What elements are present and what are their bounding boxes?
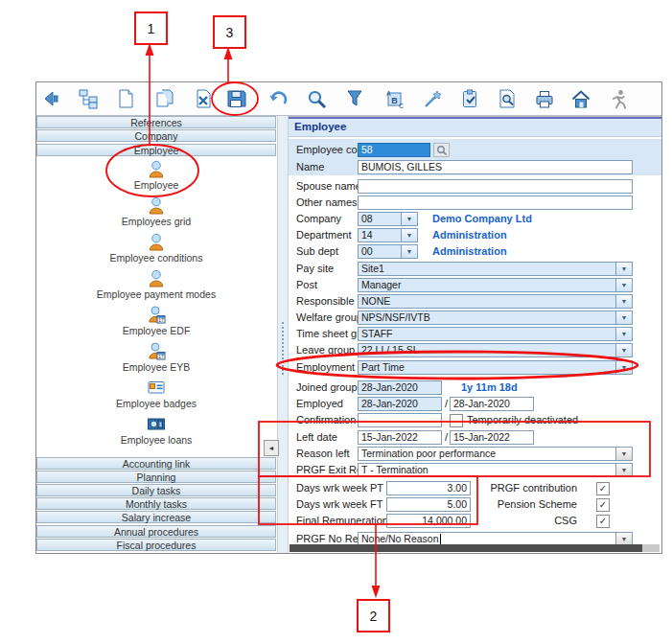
confirmation-date-row: Confirmation date Temporarily deactivate… bbox=[289, 413, 661, 428]
sidebar-item-label: Employee conditions bbox=[36, 252, 276, 264]
annotation-box-1: 1 bbox=[134, 12, 168, 45]
pay-site-value: Site1 bbox=[359, 263, 615, 275]
sidebar-item-label: Employee EYB bbox=[36, 361, 276, 373]
sidebar-section-references[interactable]: References bbox=[36, 116, 276, 128]
home-icon[interactable] bbox=[569, 87, 592, 110]
final-remuneration-row: Final Remuneration 14,000.00 CSG ✓ bbox=[289, 514, 661, 529]
horizontal-scrollbar[interactable] bbox=[290, 544, 660, 552]
name-input[interactable]: BUMOIS, GILLES bbox=[358, 160, 633, 174]
sidebar-item-employees-grid[interactable]: Employees grid bbox=[36, 196, 276, 227]
chevron-down-icon[interactable]: ▼ bbox=[401, 229, 417, 242]
employed-date-1[interactable]: 28-Jan-2020 bbox=[358, 397, 442, 411]
welfare-group-combobox[interactable]: NPS/NSF/IVTB▼ bbox=[358, 310, 633, 325]
spouse-name-input[interactable] bbox=[358, 179, 633, 194]
chevron-down-icon[interactable]: ▼ bbox=[615, 464, 632, 476]
sidebar-item-employee-badges[interactable]: Employee badges bbox=[36, 378, 276, 409]
confirmation-date-input[interactable] bbox=[358, 413, 442, 427]
sidebar-item-label: Employee payment modes bbox=[36, 288, 276, 300]
delete-icon[interactable] bbox=[192, 87, 215, 110]
responsible-combobox[interactable]: NONE▼ bbox=[358, 294, 633, 309]
reason-left-combobox[interactable]: Termination poor performance▼ bbox=[358, 447, 633, 461]
pension-scheme-checkbox[interactable]: ✓ bbox=[596, 498, 610, 512]
sidebar-section-employee[interactable]: Employee bbox=[36, 144, 276, 156]
welfare-group-value: NPS/NSF/IVTB bbox=[359, 311, 615, 324]
leave-group-row: Leave group 22 LL/ 15 SL▼ bbox=[289, 343, 661, 358]
sidebar-item-employee-payment-modes[interactable]: Employee payment modes bbox=[36, 268, 276, 300]
prgf-contribution-checkbox[interactable]: ✓ bbox=[596, 482, 610, 495]
chevron-down-icon[interactable]: ▼ bbox=[615, 263, 632, 275]
responsible-value: NONE bbox=[359, 295, 615, 308]
joined-group-row: Joined group 28-Jan-2020 1y 11m 18d bbox=[289, 380, 661, 396]
sidebar-item-label: Employee EDF bbox=[36, 325, 276, 336]
search-icon[interactable] bbox=[305, 87, 328, 110]
sidebar-item-employee-loans[interactable]: Employee loans bbox=[36, 414, 276, 446]
employee-code-lookup-button[interactable] bbox=[433, 143, 450, 157]
company-combobox[interactable]: 08▼ bbox=[358, 212, 418, 226]
name-label: Name bbox=[296, 161, 324, 172]
other-names-input[interactable] bbox=[358, 196, 633, 210]
print-icon[interactable] bbox=[533, 87, 556, 110]
pay-site-combobox[interactable]: Site1▼ bbox=[358, 262, 633, 276]
new-document-icon[interactable] bbox=[114, 87, 137, 110]
filter-icon[interactable] bbox=[343, 87, 366, 110]
sidebar-collapse-button[interactable]: ◄ bbox=[264, 440, 279, 456]
department-combobox[interactable]: 14▼ bbox=[358, 228, 418, 242]
service-duration: 1y 11m 18d bbox=[461, 381, 518, 393]
csg-checkbox[interactable]: ✓ bbox=[596, 515, 610, 528]
leave-group-value: 22 LL/ 15 SL bbox=[359, 344, 615, 356]
sidebar-item-employee-eyb[interactable]: Employee EYB bbox=[36, 341, 276, 373]
chevron-down-icon[interactable]: ▼ bbox=[615, 328, 632, 340]
leave-group-label: Leave group bbox=[296, 344, 355, 356]
copy-icon[interactable] bbox=[153, 87, 176, 110]
sidebar-section-annual-procedures[interactable]: Annual procedures bbox=[36, 525, 276, 538]
save-icon[interactable] bbox=[224, 87, 247, 110]
chevron-down-icon[interactable]: ▼ bbox=[401, 245, 417, 258]
chevron-down-icon[interactable]: ▼ bbox=[615, 361, 632, 374]
wand-icon[interactable] bbox=[421, 87, 444, 110]
employed-label: Employed bbox=[296, 398, 343, 409]
employment-type-value: Part Time bbox=[359, 361, 615, 374]
sort-abc-icon[interactable] bbox=[383, 87, 406, 110]
sidebar-item-employee-conditions[interactable]: Employee conditions bbox=[36, 232, 276, 264]
sub-dept-combobox[interactable]: 00▼ bbox=[358, 244, 418, 259]
prgf-exit-reason-combobox[interactable]: T - Termination▼ bbox=[358, 463, 633, 477]
chevron-down-icon[interactable]: ▼ bbox=[615, 279, 632, 291]
chevron-down-icon[interactable]: ▼ bbox=[615, 295, 632, 308]
sidebar-section-salary-increase[interactable]: Salary increase bbox=[36, 511, 276, 523]
text-cursor bbox=[440, 534, 441, 544]
temporarily-deactivated-checkbox[interactable] bbox=[450, 414, 463, 427]
sidebar-section-company[interactable]: Company bbox=[36, 129, 276, 142]
sidebar-section-accounting-link[interactable]: Accounting link bbox=[36, 457, 276, 470]
sub-dept-row: Sub dept 00▼ Administration bbox=[289, 244, 661, 260]
sidebar-section-daily-tasks[interactable]: Daily tasks bbox=[36, 484, 276, 496]
employment-type-combobox[interactable]: Part Time▼ bbox=[358, 360, 633, 375]
company-code: 08 bbox=[359, 213, 401, 225]
left-date-2[interactable]: 15-Jan-2022 bbox=[450, 430, 534, 445]
joined-group-date[interactable]: 28-Jan-2020 bbox=[358, 380, 442, 395]
exit-runner-icon[interactable] bbox=[607, 87, 630, 110]
time-sheet-group-combobox[interactable]: STAFF▼ bbox=[358, 327, 633, 341]
post-combobox[interactable]: Manager▼ bbox=[358, 278, 633, 292]
employee-code-input[interactable]: 58 bbox=[358, 143, 430, 157]
scrollbar-thumb[interactable] bbox=[290, 544, 642, 552]
chevron-down-icon[interactable]: ▼ bbox=[401, 213, 417, 225]
panel-splitter[interactable] bbox=[277, 116, 289, 553]
toolbar bbox=[36, 82, 661, 117]
sidebar-section-planning[interactable]: Planning bbox=[36, 471, 276, 483]
sidebar-section-monthly-tasks[interactable]: Monthly tasks bbox=[36, 497, 276, 510]
undo-icon[interactable] bbox=[266, 87, 290, 110]
employed-date-2[interactable]: 28-Jan-2020 bbox=[450, 397, 534, 411]
leave-group-combobox[interactable]: 22 LL/ 15 SL▼ bbox=[358, 343, 633, 357]
chevron-down-icon[interactable]: ▼ bbox=[615, 448, 632, 460]
back-icon[interactable] bbox=[39, 87, 62, 110]
chevron-down-icon[interactable]: ▼ bbox=[615, 344, 632, 356]
sidebar-item-label: Employee badges bbox=[36, 398, 276, 409]
left-date-1[interactable]: 15-Jan-2022 bbox=[358, 430, 442, 445]
print-preview-icon[interactable] bbox=[496, 87, 519, 110]
sidebar-item-employee-edf[interactable]: Employee EDF bbox=[36, 305, 276, 336]
chevron-down-icon[interactable]: ▼ bbox=[615, 311, 632, 324]
hierarchy-icon[interactable] bbox=[77, 87, 100, 110]
sidebar-section-fiscal-procedures[interactable]: Fiscal procedures bbox=[36, 539, 276, 551]
sidebar-item-employee[interactable]: Employee bbox=[36, 159, 276, 191]
clipboard-check-icon[interactable] bbox=[458, 87, 481, 110]
